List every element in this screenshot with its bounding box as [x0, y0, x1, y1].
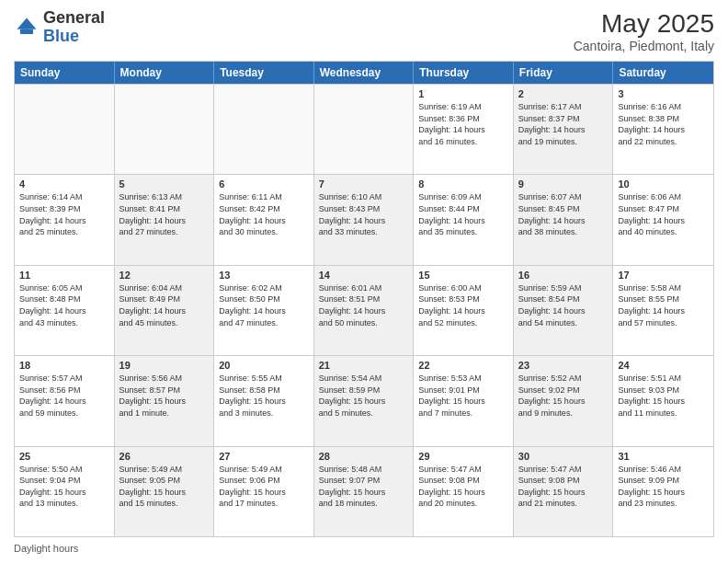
calendar-row: 1Sunrise: 6:19 AM Sunset: 8:36 PM Daylig…: [15, 84, 713, 174]
calendar-cell: 7Sunrise: 6:10 AM Sunset: 8:43 PM Daylig…: [314, 175, 415, 264]
day-info: Sunrise: 6:01 AM Sunset: 8:51 PM Dayligh…: [319, 282, 409, 328]
day-info: Sunrise: 5:49 AM Sunset: 9:05 PM Dayligh…: [119, 464, 210, 510]
svg-marker-0: [17, 17, 37, 29]
logo: General Blue: [14, 9, 105, 46]
calendar-row: 11Sunrise: 6:05 AM Sunset: 8:48 PM Dayli…: [15, 265, 713, 355]
day-info: Sunrise: 5:48 AM Sunset: 9:07 PM Dayligh…: [319, 464, 409, 510]
weekday-header: Wednesday: [314, 62, 415, 84]
calendar-cell: 16Sunrise: 5:59 AM Sunset: 8:54 PM Dayli…: [514, 266, 614, 355]
calendar-cell: 20Sunrise: 5:55 AM Sunset: 8:58 PM Dayli…: [214, 356, 314, 445]
calendar-cell: [15, 85, 115, 174]
calendar-cell: 13Sunrise: 6:02 AM Sunset: 8:50 PM Dayli…: [214, 266, 314, 355]
day-info: Sunrise: 6:13 AM Sunset: 8:41 PM Dayligh…: [119, 191, 210, 237]
day-number: 24: [618, 360, 709, 371]
day-number: 20: [219, 360, 309, 371]
logo-icon: [14, 15, 40, 40]
calendar-cell: 14Sunrise: 6:01 AM Sunset: 8:51 PM Dayli…: [314, 266, 415, 355]
calendar-cell: [115, 85, 215, 174]
logo-text: General Blue: [43, 9, 105, 46]
calendar-cell: 30Sunrise: 5:47 AM Sunset: 9:08 PM Dayli…: [514, 447, 614, 536]
day-info: Sunrise: 6:06 AM Sunset: 8:47 PM Dayligh…: [618, 191, 709, 237]
day-info: Sunrise: 6:17 AM Sunset: 8:37 PM Dayligh…: [518, 101, 609, 147]
calendar-cell: 28Sunrise: 5:48 AM Sunset: 9:07 PM Dayli…: [314, 447, 415, 536]
weekday-header: Saturday: [613, 62, 713, 84]
day-info: Sunrise: 5:57 AM Sunset: 8:56 PM Dayligh…: [19, 373, 109, 419]
day-number: 23: [518, 360, 609, 371]
day-number: 1: [418, 88, 508, 99]
calendar-cell: 12Sunrise: 6:04 AM Sunset: 8:49 PM Dayli…: [115, 266, 215, 355]
day-info: Sunrise: 6:00 AM Sunset: 8:53 PM Dayligh…: [418, 282, 508, 328]
calendar-cell: 9Sunrise: 6:07 AM Sunset: 8:45 PM Daylig…: [514, 175, 614, 264]
calendar-row: 4Sunrise: 6:14 AM Sunset: 8:39 PM Daylig…: [15, 174, 713, 264]
day-number: 21: [319, 360, 409, 371]
calendar-cell: [214, 85, 314, 174]
day-number: 11: [19, 270, 109, 281]
day-info: Sunrise: 5:55 AM Sunset: 8:58 PM Dayligh…: [219, 373, 309, 419]
header: General Blue May 2025 Cantoira, Piedmont…: [14, 9, 714, 53]
day-number: 17: [618, 270, 709, 281]
title-block: May 2025 Cantoira, Piedmont, Italy: [574, 9, 714, 53]
day-info: Sunrise: 5:46 AM Sunset: 9:09 PM Dayligh…: [618, 464, 709, 510]
day-number: 28: [319, 451, 409, 462]
weekday-header: Sunday: [15, 62, 115, 84]
day-number: 26: [119, 451, 210, 462]
day-number: 19: [119, 360, 210, 371]
day-info: Sunrise: 5:51 AM Sunset: 9:03 PM Dayligh…: [618, 373, 709, 419]
day-number: 12: [119, 270, 210, 281]
svg-rect-1: [20, 29, 33, 34]
day-info: Sunrise: 5:49 AM Sunset: 9:06 PM Dayligh…: [219, 464, 309, 510]
day-number: 7: [319, 178, 409, 190]
calendar-cell: [314, 85, 415, 174]
weekday-header: Monday: [115, 62, 215, 84]
day-info: Sunrise: 6:14 AM Sunset: 8:39 PM Dayligh…: [19, 191, 109, 237]
weekday-header: Tuesday: [214, 62, 314, 84]
day-info: Sunrise: 5:53 AM Sunset: 9:01 PM Dayligh…: [418, 373, 508, 419]
calendar-cell: 27Sunrise: 5:49 AM Sunset: 9:06 PM Dayli…: [214, 447, 314, 536]
day-info: Sunrise: 5:58 AM Sunset: 8:55 PM Dayligh…: [618, 282, 709, 328]
calendar-cell: 18Sunrise: 5:57 AM Sunset: 8:56 PM Dayli…: [15, 356, 115, 445]
day-info: Sunrise: 6:11 AM Sunset: 8:42 PM Dayligh…: [219, 191, 309, 237]
day-number: 10: [618, 178, 709, 190]
calendar-row: 25Sunrise: 5:50 AM Sunset: 9:04 PM Dayli…: [15, 446, 713, 536]
weekday-header: Friday: [514, 62, 614, 84]
day-info: Sunrise: 6:09 AM Sunset: 8:44 PM Dayligh…: [418, 191, 508, 237]
day-number: 16: [518, 270, 609, 281]
calendar-cell: 15Sunrise: 6:00 AM Sunset: 8:53 PM Dayli…: [414, 266, 514, 355]
daylight-label: Daylight hours: [14, 543, 78, 554]
calendar-cell: 21Sunrise: 5:54 AM Sunset: 8:59 PM Dayli…: [314, 356, 415, 445]
footer: Daylight hours: [14, 543, 714, 554]
subtitle: Cantoira, Piedmont, Italy: [574, 39, 714, 53]
calendar-cell: 4Sunrise: 6:14 AM Sunset: 8:39 PM Daylig…: [15, 175, 115, 264]
day-number: 6: [219, 178, 309, 190]
logo-general: General: [43, 8, 105, 27]
day-info: Sunrise: 6:19 AM Sunset: 8:36 PM Dayligh…: [418, 101, 508, 147]
calendar-cell: 31Sunrise: 5:46 AM Sunset: 9:09 PM Dayli…: [613, 447, 713, 536]
day-info: Sunrise: 5:59 AM Sunset: 8:54 PM Dayligh…: [518, 282, 609, 328]
day-number: 14: [319, 270, 409, 281]
day-number: 9: [518, 178, 609, 190]
day-number: 25: [19, 451, 109, 462]
calendar-cell: 2Sunrise: 6:17 AM Sunset: 8:37 PM Daylig…: [514, 85, 614, 174]
calendar-cell: 23Sunrise: 5:52 AM Sunset: 9:02 PM Dayli…: [514, 356, 614, 445]
day-info: Sunrise: 5:52 AM Sunset: 9:02 PM Dayligh…: [518, 373, 609, 419]
calendar-cell: 17Sunrise: 5:58 AM Sunset: 8:55 PM Dayli…: [613, 266, 713, 355]
day-number: 29: [418, 451, 508, 462]
calendar-cell: 10Sunrise: 6:06 AM Sunset: 8:47 PM Dayli…: [613, 175, 713, 264]
calendar-cell: 8Sunrise: 6:09 AM Sunset: 8:44 PM Daylig…: [414, 175, 514, 264]
logo-blue: Blue: [43, 27, 79, 45]
calendar-cell: 26Sunrise: 5:49 AM Sunset: 9:05 PM Dayli…: [115, 447, 215, 536]
calendar-cell: 5Sunrise: 6:13 AM Sunset: 8:41 PM Daylig…: [115, 175, 215, 264]
calendar-cell: 29Sunrise: 5:47 AM Sunset: 9:08 PM Dayli…: [414, 447, 514, 536]
day-number: 15: [418, 270, 508, 281]
day-number: 2: [518, 88, 609, 99]
day-number: 27: [219, 451, 309, 462]
calendar-cell: 25Sunrise: 5:50 AM Sunset: 9:04 PM Dayli…: [15, 447, 115, 536]
day-info: Sunrise: 6:05 AM Sunset: 8:48 PM Dayligh…: [19, 282, 109, 328]
calendar-cell: 6Sunrise: 6:11 AM Sunset: 8:42 PM Daylig…: [214, 175, 314, 264]
day-info: Sunrise: 5:54 AM Sunset: 8:59 PM Dayligh…: [319, 373, 409, 419]
day-number: 5: [119, 178, 210, 190]
calendar-row: 18Sunrise: 5:57 AM Sunset: 8:56 PM Dayli…: [15, 355, 713, 445]
calendar-cell: 3Sunrise: 6:16 AM Sunset: 8:38 PM Daylig…: [613, 85, 713, 174]
weekday-header: Thursday: [414, 62, 514, 84]
calendar-body: 1Sunrise: 6:19 AM Sunset: 8:36 PM Daylig…: [15, 84, 713, 536]
